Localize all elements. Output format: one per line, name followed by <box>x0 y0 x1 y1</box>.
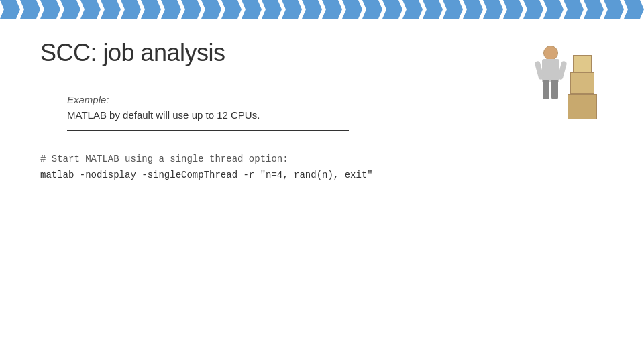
person-leg-left <box>543 80 549 99</box>
person-leg-right <box>551 80 558 99</box>
person-body <box>542 59 559 82</box>
code-command-line: matlab -nodisplay -singleCompThread -r "… <box>40 168 604 184</box>
main-content: SCC: job analysis Example: MATLAB by def… <box>0 19 644 204</box>
arrow-track <box>0 0 644 19</box>
box-top <box>573 55 592 72</box>
page-title: SCC: job analysis <box>40 39 604 67</box>
figure-illustration <box>523 39 610 126</box>
box-middle <box>570 72 594 94</box>
code-block: # Start MATLAB using a single thread opt… <box>40 152 604 184</box>
person-with-boxes <box>523 39 610 126</box>
code-comment-line: # Start MATLAB using a single thread opt… <box>40 152 604 168</box>
person-head <box>543 46 558 60</box>
svg-rect-1 <box>0 0 644 19</box>
top-banner <box>0 0 644 19</box>
section-divider <box>67 130 349 131</box>
box-bottom <box>568 94 597 119</box>
